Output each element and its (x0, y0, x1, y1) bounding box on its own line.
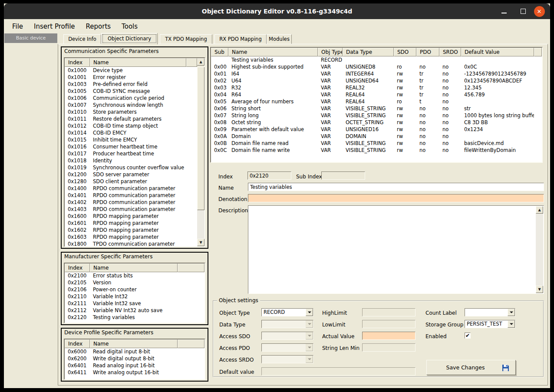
table-row[interactable]: 0x0ADomainVARDOMAINrwnono (211, 133, 542, 140)
table-row[interactable]: 0x2110Variable Int32 (65, 293, 204, 300)
tab-modules[interactable]: Modules (267, 34, 292, 44)
scrollbar-thumb[interactable] (197, 67, 204, 210)
actual-value-field[interactable] (362, 332, 416, 340)
scroll-down-button[interactable]: ▼ (536, 286, 543, 293)
table-cell: no (439, 91, 461, 98)
sub-index-field[interactable] (321, 171, 365, 180)
minimize-button[interactable] (500, 3, 508, 19)
tab-object-dictionary[interactable]: Object Dictionary (101, 33, 158, 44)
table-row[interactable]: 0x07String longVARVISIBLE_STRINGrwnono10… (211, 112, 542, 119)
table-row[interactable]: 0x6401Read analog input 16-bit (65, 362, 204, 369)
column-header-data-type[interactable]: Data Type (343, 48, 394, 56)
column-header-pdo[interactable]: PDO (416, 48, 439, 56)
table-row[interactable]: 0x1200SDO server parameter (65, 171, 197, 178)
dropdown-arrow-icon[interactable] (306, 309, 313, 316)
column-header-srdo[interactable]: SRDO (439, 48, 461, 56)
scroll-up-button[interactable]: ▲ (536, 206, 543, 214)
table-row[interactable]: 0x05Average of four numbersVARREAL64rotn… (211, 98, 542, 105)
column-header-name[interactable]: Name (90, 339, 178, 348)
table-row[interactable]: 0x1011Restore default parameters (65, 115, 197, 122)
table-row[interactable]: 0x1000Device type (65, 67, 197, 74)
table-row[interactable]: 0x1014COB-ID EMCY (65, 129, 197, 136)
name-field[interactable] (248, 183, 544, 191)
menu-reports[interactable]: Reports (86, 23, 111, 30)
table-row[interactable]: 0x2112Variable NV Int32 auto save (65, 307, 204, 314)
description-scrollbar[interactable]: ▲ ▼ (536, 206, 543, 293)
column-header-default-value[interactable]: Default Value (461, 48, 534, 56)
table-row[interactable]: 0x0CDomain file name writeVARVISIBLE_STR… (211, 147, 542, 154)
object-type-combobox[interactable]: RECORD (261, 308, 313, 316)
table-row[interactable]: 0x1401RPDO communication parameter (65, 192, 197, 199)
table-row[interactable]: 0x08Octet stringVAROCTET_STRINGrwnonoC8 … (211, 119, 542, 126)
table-row[interactable]: 0x1016Consumer heartbeat time (65, 143, 197, 150)
scroll-up-button[interactable]: ▲ (197, 58, 204, 66)
table-row[interactable]: 0x1402RPDO communication parameter (65, 199, 197, 206)
table-row[interactable]: 0x1601RPDO mapping parameter (65, 220, 197, 227)
table-row[interactable]: 0x1018Identity (65, 157, 197, 164)
column-header-name[interactable]: Name (228, 48, 318, 56)
table-row[interactable]: 0x1800TPDO communication parameter (65, 240, 197, 246)
table-row[interactable]: 0x00Highest sub-index supportedVARUNSIGN… (211, 63, 542, 70)
dropdown-arrow-icon[interactable] (508, 320, 515, 328)
menu-insert-profile[interactable]: Insert Profile (34, 23, 75, 30)
close-button[interactable]: ✕ (534, 3, 545, 19)
count-label-combobox[interactable] (465, 308, 515, 316)
table-row[interactable]: 0x02U64VARUNSIGNED64rwtrno0x1234567890AB… (211, 77, 542, 84)
table-row[interactable]: 0x06String shortVARVISIBLE_STRINGrwnonos… (211, 105, 542, 112)
scroll-down-button[interactable]: ▼ (197, 239, 204, 246)
index-field[interactable] (247, 171, 291, 180)
table-row[interactable]: 0x04R64VARREAL64rwtrno456.789 (211, 91, 542, 98)
denotation-field[interactable] (248, 194, 544, 202)
table-row[interactable]: 0x1602RPDO mapping parameter (65, 227, 197, 234)
menu-tools[interactable]: Tools (122, 23, 138, 30)
table-row[interactable]: 0x6411Write analog output 16-bit (65, 369, 204, 376)
table-row[interactable]: 0x1006Communication cycle period (65, 95, 197, 102)
table-row[interactable]: 0x2120Testing variables (65, 314, 204, 321)
comm-params-scrollbar[interactable]: ▼ (197, 67, 204, 246)
menu-file[interactable]: File (12, 23, 23, 30)
column-header-sdo[interactable]: SDO (394, 48, 416, 56)
save-changes-button[interactable]: Save Changes (426, 360, 516, 375)
table-row[interactable]: 0x1603RPDO mapping parameter (65, 234, 197, 240)
table-row[interactable]: 0x6200Write digital output 8-bit (65, 355, 204, 362)
table-row[interactable]: 0x0BDomain file name readVARVISIBLE_STRI… (211, 140, 542, 147)
table-row[interactable]: 0x2106Power-on counter (65, 286, 204, 293)
maximize-button[interactable] (519, 3, 528, 19)
column-header-obj-type[interactable]: Obj Type (318, 48, 343, 56)
tab-rx-pdo-mapping[interactable]: RX PDO Mapping (214, 34, 267, 44)
column-header-index[interactable]: Index (65, 339, 90, 348)
table-row[interactable]: 0x1007Synchronous window length (65, 102, 197, 109)
table-row[interactable]: 0x1005COB-ID SYNC message (65, 88, 197, 95)
table-row[interactable]: 0x2105Version (65, 279, 204, 286)
column-header-name[interactable]: Name (90, 58, 186, 67)
table-row[interactable]: 0x2100Error status bits (65, 272, 204, 279)
table-row[interactable]: 0x1012COB-ID time stamp object (65, 122, 197, 129)
table-row[interactable]: 0x1010Store parameters (65, 109, 197, 115)
device-tab-basic-device[interactable]: Basic device (4, 33, 57, 43)
table-row[interactable]: 0x1403RPDO communication parameter (65, 206, 197, 213)
table-row[interactable]: 0x1400RPDO communication parameter (65, 185, 197, 192)
enabled-checkbox[interactable]: ✔ (465, 333, 471, 339)
description-field[interactable]: ▲ ▼ (248, 205, 544, 294)
table-row[interactable]: 0x1015Inhibit time EMCY (65, 136, 197, 143)
column-header-name[interactable]: Name (90, 264, 178, 272)
tab-tx-pdo-mapping[interactable]: TX PDO Mapping (160, 34, 212, 44)
table-row[interactable]: 0x1600RPDO mapping parameter (65, 213, 197, 220)
table-row[interactable]: 0x1017Producer heartbeat time (65, 150, 197, 157)
table-row[interactable]: 0x03R32VARREAL32rwtrno12.345 (211, 84, 542, 91)
column-header-index[interactable]: Index (65, 58, 90, 67)
tab-device-info[interactable]: Device Info (63, 34, 101, 44)
table-row[interactable]: 0x01I64VARINTEGER64rwtrno-12345678901234… (211, 70, 542, 77)
table-row[interactable]: 0x1001Error register (65, 74, 197, 81)
table-row[interactable]: 0x1019Synchronous counter overflow value (65, 164, 197, 171)
table-row[interactable]: 0x2111Variable Int32 save (65, 300, 204, 307)
column-header-index[interactable]: Index (65, 264, 90, 272)
storage-group-combobox[interactable]: PERSIST_TEST (465, 320, 515, 328)
table-row[interactable]: 0x6000Read digital input 8-bit (65, 348, 204, 355)
table-row[interactable]: Testing variablesRECORD (211, 56, 542, 63)
table-row[interactable]: 0x09Parameter with default valueVARUNSIG… (211, 126, 542, 133)
table-row[interactable]: 0x1280SDO client parameter (65, 178, 197, 185)
dropdown-arrow-icon[interactable] (508, 309, 515, 316)
column-header-sub[interactable]: Sub (211, 48, 228, 56)
table-row[interactable]: 0x1003Pre-defined error field (65, 81, 197, 88)
